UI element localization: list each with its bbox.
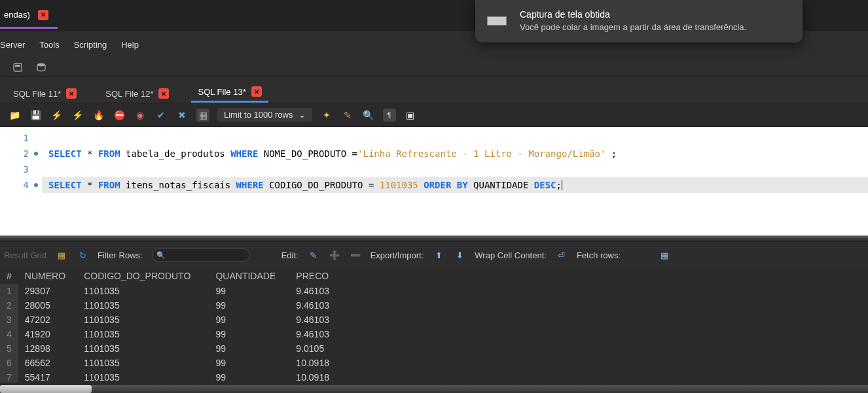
file-tab-12[interactable]: SQL File 12* ✕ [99,84,175,103]
menu-tools[interactable]: Tools [39,40,59,50]
col-hash[interactable]: # [0,268,18,284]
file-tab-strip: SQL File 11* ✕ SQL File 12* ✕ SQL File 1… [0,77,868,103]
cell-preco[interactable]: 9.0105 [289,341,340,356]
cell-numero[interactable]: 41920 [18,327,77,341]
menu-help[interactable]: Help [121,40,139,50]
close-icon[interactable]: ✕ [38,10,48,20]
cell-codigo[interactable]: 1101035 [77,284,209,298]
cell-quantidade[interactable]: 99 [209,370,289,383]
cell-codigo[interactable]: 1101035 [77,370,209,383]
cell-preco[interactable]: 9.46103 [289,298,340,313]
db-icon[interactable] [35,61,47,73]
save-icon[interactable]: 💾 [29,109,42,122]
cell-quantidade[interactable]: 99 [209,341,289,356]
file-tab-11[interactable]: SQL File 11* ✕ [7,84,83,103]
cell-quantidade[interactable]: 99 [209,356,289,370]
close-icon[interactable]: ✕ [158,88,169,99]
cell-quantidade[interactable]: 99 [209,298,289,313]
cell-numero[interactable]: 29307 [18,284,77,298]
row-index: 5 [0,341,18,356]
code-line[interactable]: SELECT * FROM itens_notas_fiscais WHERE … [42,177,868,193]
explain-icon[interactable]: 🔥 [92,109,105,122]
sql-editor[interactable]: 1 2 3 4 SELECT * FROM tabela_de_produtos… [0,127,868,235]
menu-server[interactable]: Server [0,40,25,50]
line-number: 4 [24,180,29,190]
cell-numero[interactable]: 55417 [18,370,77,383]
cell-quantidade[interactable]: 99 [209,313,289,327]
col-quantidade[interactable]: QUANTIDADE [209,268,289,284]
search-icon[interactable]: 🔍 [362,109,375,122]
cell-preco[interactable]: 10.0918 [289,370,340,383]
cell-codigo[interactable]: 1101035 [77,356,209,370]
cell-numero[interactable]: 66562 [18,356,77,370]
cell-numero[interactable]: 28005 [18,298,77,313]
cell-preco[interactable]: 10.0918 [289,356,340,370]
close-icon[interactable]: ✕ [251,86,262,97]
cell-numero[interactable]: 12898 [18,341,77,356]
window-icon[interactable]: ▣ [404,109,417,122]
cell-codigo[interactable]: 1101035 [77,313,209,327]
autocommit-icon[interactable]: ✔ [154,109,168,122]
menu-scripting[interactable]: Scripting [74,40,107,50]
sql-tab-icon[interactable] [12,61,24,73]
stop-icon[interactable]: ⛔ [113,109,126,122]
col-codigo[interactable]: CODIGO_DO_PRODUTO [77,268,209,284]
import-icon[interactable]: ⬇ [454,249,465,261]
execute-step-icon[interactable]: ⚡ [71,109,84,122]
cell-preco[interactable]: 9.46103 [289,284,340,298]
star-icon[interactable]: ✦ [320,109,333,122]
cell-quantidade[interactable]: 99 [209,327,289,341]
table-row[interactable]: 75541711010359910.0918 [0,370,340,383]
code-line[interactable] [42,130,868,146]
cell-codigo[interactable]: 1101035 [77,327,209,341]
col-preco[interactable]: PRECO [289,268,340,284]
cell-preco[interactable]: 9.46103 [289,313,340,327]
brush-icon[interactable]: ✎ [341,109,354,122]
add-row-icon[interactable]: ➕ [329,249,340,261]
col-numero[interactable]: NUMERO [18,268,77,284]
refresh-icon[interactable]: ↻ [77,249,88,261]
filter-rows-input[interactable]: 🔍 [152,248,250,262]
toast-thumbnail [487,16,507,26]
grid-view-icon[interactable]: ▦ [56,249,67,261]
cell-numero[interactable]: 47202 [18,313,77,327]
main-tab[interactable]: endas) ✕ [0,3,58,29]
cell-preco[interactable]: 9.46103 [289,327,340,341]
toast-body: Você pode colar a imagem a partir da áre… [520,22,746,32]
export-icon[interactable]: ⬆ [433,249,444,261]
code-line[interactable] [42,162,868,177]
code-line[interactable]: SELECT * FROM tabela_de_produtos WHERE N… [42,146,868,162]
file-tab-13[interactable]: SQL File 13* ✕ [191,82,268,103]
table-row[interactable]: 2280051101035999.46103 [0,298,340,313]
code-body[interactable]: SELECT * FROM tabela_de_produtos WHERE N… [42,127,868,235]
screenshot-toast[interactable]: Captura de tela obtida Você pode colar a… [475,0,803,43]
execute-icon[interactable]: ⚡ [50,109,63,122]
delete-row-icon[interactable]: ➖ [350,249,361,261]
row-index: 7 [0,370,18,383]
limit-icon[interactable]: ▦ [196,109,209,122]
cell-quantidade[interactable]: 99 [209,284,289,298]
cell-codigo[interactable]: 1101035 [77,298,209,313]
table-row[interactable]: 5128981101035999.0105 [0,341,340,356]
row-limit-select[interactable]: Limit to 1000 rows ⌄ [217,108,312,122]
cell-codigo[interactable]: 1101035 [77,341,209,356]
line-number: 1 [24,133,29,143]
result-grid[interactable]: # NUMERO CODIGO_DO_PRODUTO QUANTIDADE PR… [0,268,868,383]
open-file-icon[interactable]: 📁 [8,109,21,122]
edit-row-icon[interactable]: ✎ [308,249,319,261]
table-row[interactable]: 4419201101035999.46103 [0,327,340,341]
commit-icon[interactable]: ◉ [134,109,147,122]
wrap-icon[interactable]: ⏎ [556,249,568,261]
file-tab-label: SQL File 13* [198,87,245,97]
table-row[interactable]: 1293071101035999.46103 [0,284,340,298]
cancel-icon[interactable]: ✖ [175,109,189,122]
table-row[interactable]: 66656211010359910.0918 [0,356,340,370]
svg-rect-0 [14,63,22,71]
row-index: 1 [0,284,18,298]
close-icon[interactable]: ✕ [66,88,77,99]
table-row[interactable]: 3472021101035999.46103 [0,313,340,327]
fetch-more-icon[interactable]: ▦ [659,249,670,261]
pilcrow-icon[interactable]: ¶ [383,109,396,122]
panel-splitter[interactable] [0,235,868,242]
svg-rect-1 [15,65,20,67]
